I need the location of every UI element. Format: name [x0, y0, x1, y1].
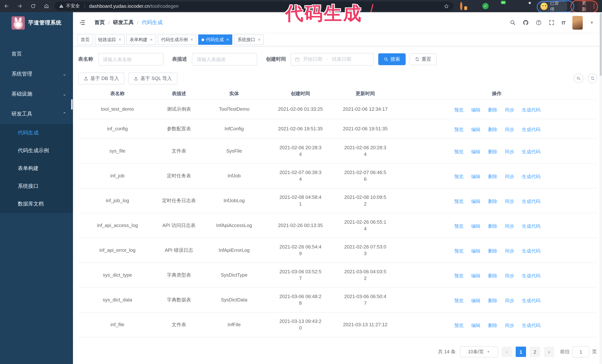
menu-dots-icon[interactable]	[593, 4, 595, 9]
preview-link[interactable]: 预览	[453, 148, 464, 155]
breadcrumb-home[interactable]: 首页	[95, 19, 105, 26]
sync-link[interactable]: 同步	[504, 198, 514, 205]
close-icon[interactable]: ×	[190, 37, 193, 42]
fullscreen-icon[interactable]	[549, 20, 555, 26]
refresh-table-button[interactable]	[588, 74, 597, 83]
prev-page-button[interactable]: ‹	[502, 347, 512, 357]
delete-link[interactable]: 删除	[487, 223, 497, 229]
next-page-button[interactable]: ›	[544, 347, 554, 357]
sync-link[interactable]: 同步	[504, 173, 514, 180]
preview-link[interactable]: 预览	[453, 198, 464, 205]
caret-down-icon[interactable]: ▼	[590, 20, 594, 25]
sync-link[interactable]: 同步	[504, 272, 514, 279]
github-icon[interactable]	[523, 20, 529, 26]
tab-链路追踪[interactable]: 链路追踪 ×	[95, 34, 124, 45]
table-name-input[interactable]	[98, 53, 163, 65]
scrollbar[interactable]	[599, 12, 602, 364]
sync-link[interactable]: 同步	[504, 148, 514, 155]
delete-link[interactable]: 删除	[487, 148, 497, 155]
import-sql-button[interactable]: 基于 SQL 导入	[128, 73, 178, 84]
adblock-extension-icon[interactable]: ✓	[482, 3, 489, 9]
tab-首页[interactable]: 首页	[77, 34, 93, 45]
edit-link[interactable]: 编辑	[470, 198, 481, 205]
preview-link[interactable]: 预览	[453, 107, 464, 113]
sidebar-item-表单构建[interactable]: 表单构建	[0, 160, 73, 177]
edit-link[interactable]: 编辑	[470, 322, 481, 329]
edit-link[interactable]: 编辑	[470, 107, 481, 113]
edit-link[interactable]: 编辑	[470, 126, 481, 133]
delete-link[interactable]: 删除	[487, 173, 497, 180]
security-indicator[interactable]: 不安全	[59, 3, 80, 9]
home-icon[interactable]	[44, 3, 49, 9]
sidebar-item-研发工具[interactable]: 研发工具 ⌃	[0, 104, 73, 124]
sidebar-item-系统管理[interactable]: 系统管理 ⌄	[0, 64, 73, 84]
preview-link[interactable]: 预览	[453, 272, 464, 279]
user-avatar[interactable]	[572, 16, 583, 30]
preview-link[interactable]: 预览	[453, 297, 464, 304]
tab-表单构建[interactable]: 表单构建 ×	[126, 34, 156, 45]
reset-button[interactable]: 重置	[409, 53, 437, 65]
delete-link[interactable]: 删除	[487, 297, 497, 304]
leaf-extension-icon[interactable]	[516, 3, 522, 9]
browser-profile-badge[interactable]: 已暂停	[539, 0, 567, 13]
generate-code-link[interactable]: 生成代码	[521, 248, 540, 254]
app-logo[interactable]: 芋道管理系统	[0, 12, 73, 33]
generate-code-link[interactable]: 生成代码	[521, 198, 540, 205]
generate-code-link[interactable]: 生成代码	[521, 223, 540, 229]
page-button-2[interactable]: 2	[530, 347, 540, 357]
sidebar-item-首页[interactable]: 首页	[0, 44, 73, 64]
delete-link[interactable]: 删除	[487, 107, 497, 113]
tab-代码生成示例[interactable]: 代码生成示例 ×	[158, 34, 196, 45]
reload-icon[interactable]	[30, 3, 36, 9]
address-bar[interactable]: 不安全 dashboard.yudao.iocoder.cn/tool/code…	[54, 1, 453, 11]
preview-link[interactable]: 预览	[453, 126, 464, 133]
hamburger-icon[interactable]	[79, 19, 86, 26]
toggle-search-button[interactable]	[574, 74, 583, 83]
cookie-extension-icon[interactable]	[460, 3, 466, 9]
sync-link[interactable]: 同步	[504, 107, 514, 113]
delete-link[interactable]: 删除	[487, 126, 497, 133]
font-size-icon[interactable]: tT	[562, 20, 566, 25]
sidebar-item-代码生成[interactable]: 代码生成	[0, 124, 73, 142]
delete-link[interactable]: 删除	[487, 248, 497, 254]
table-desc-input[interactable]	[192, 53, 257, 65]
delete-link[interactable]: 删除	[487, 272, 497, 279]
edit-link[interactable]: 编辑	[470, 272, 481, 279]
date-range-picker[interactable]: 开始日期 - 结束日期	[291, 53, 374, 65]
sidebar-item-数据库文档[interactable]: 数据库文档	[0, 195, 73, 213]
search-button[interactable]: 搜索	[378, 53, 406, 65]
search-icon[interactable]	[510, 20, 516, 26]
browser-update-button[interactable]: 更新	[578, 0, 598, 13]
close-icon[interactable]: ×	[258, 37, 260, 42]
edit-link[interactable]: 编辑	[470, 148, 481, 155]
generate-code-link[interactable]: 生成代码	[521, 322, 540, 329]
tab-代码生成[interactable]: 代码生成 ×	[198, 34, 232, 45]
goto-page-input[interactable]	[572, 346, 589, 357]
grid-extension-icon[interactable]	[494, 3, 500, 9]
sync-link[interactable]: 同步	[504, 248, 514, 254]
gem-extension-icon[interactable]	[471, 3, 478, 9]
delete-link[interactable]: 删除	[487, 322, 497, 329]
help-icon[interactable]	[536, 20, 542, 26]
preview-link[interactable]: 预览	[453, 248, 464, 254]
page-button-1[interactable]: 1	[516, 347, 526, 357]
edit-link[interactable]: 编辑	[470, 223, 481, 229]
close-icon[interactable]: ×	[150, 37, 153, 42]
sidebar-scrollbar[interactable]	[71, 99, 73, 110]
import-db-button[interactable]: 基于 DB 导入	[78, 73, 125, 84]
generate-code-link[interactable]: 生成代码	[521, 148, 540, 155]
preview-link[interactable]: 预览	[453, 223, 464, 229]
sync-link[interactable]: 同步	[504, 223, 514, 229]
generate-code-link[interactable]: 生成代码	[521, 107, 540, 113]
close-icon[interactable]: ×	[118, 37, 121, 42]
sync-link[interactable]: 同步	[504, 322, 514, 329]
back-icon[interactable]	[4, 3, 9, 9]
switch-extension-icon[interactable]	[505, 3, 511, 9]
generate-code-link[interactable]: 生成代码	[521, 173, 540, 180]
star-icon[interactable]	[444, 3, 449, 9]
tab-系统接口[interactable]: 系统接口 ×	[234, 34, 264, 45]
preview-link[interactable]: 预览	[453, 173, 464, 180]
edit-link[interactable]: 编辑	[470, 248, 481, 254]
sidebar-item-基础设施[interactable]: 基础设施 ⌄	[0, 84, 73, 104]
breadcrumb-tools[interactable]: 研发工具	[113, 19, 134, 26]
